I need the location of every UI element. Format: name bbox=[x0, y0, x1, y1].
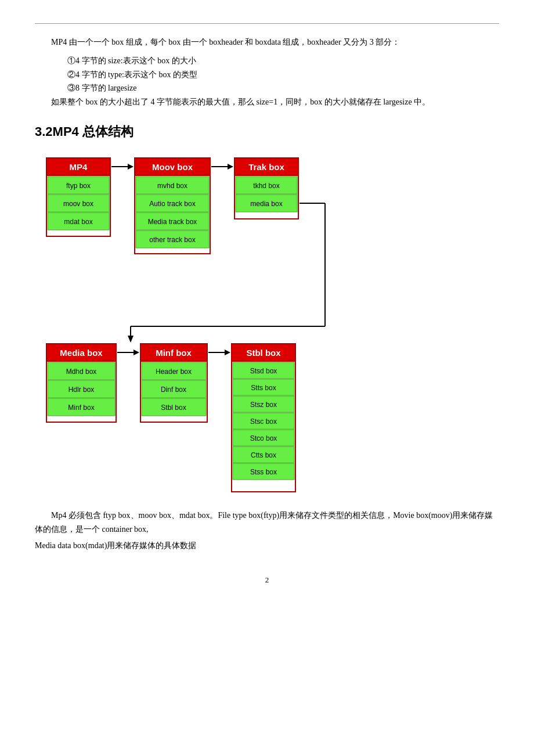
svg-text:Moov box: Moov box bbox=[152, 162, 193, 172]
svg-text:mvhd box: mvhd box bbox=[157, 182, 187, 190]
svg-text:moov box: moov box bbox=[63, 200, 93, 208]
stbl-box: Stbl box Stsd box Stts box Stsz box Stsc… bbox=[232, 344, 295, 492]
svg-text:other track box: other track box bbox=[149, 236, 195, 244]
svg-marker-46 bbox=[134, 350, 139, 355]
svg-text:Stss box: Stss box bbox=[250, 468, 277, 476]
trak-box: Trak box tkhd box media box bbox=[234, 158, 298, 219]
media-box: Media box Mdhd box Hdlr box Minf box bbox=[46, 344, 116, 422]
page-number: 2 bbox=[35, 575, 499, 585]
minf-box: Minf box Header box Dinf box Stbl box bbox=[140, 344, 207, 422]
structure-diagram: MP4 ftyp box moov box mdat box Moov box … bbox=[35, 152, 499, 489]
svg-text:media box: media box bbox=[250, 200, 282, 208]
svg-text:Stsc box: Stsc box bbox=[250, 417, 277, 426]
svg-marker-57 bbox=[225, 350, 230, 355]
footer-line1: Mp4 必须包含 ftyp box、moov box、mdat box。File… bbox=[35, 509, 499, 537]
svg-marker-10 bbox=[128, 164, 134, 170]
svg-marker-35 bbox=[128, 336, 134, 343]
svg-text:Stbl box: Stbl box bbox=[161, 404, 186, 412]
svg-text:Ctts box: Ctts box bbox=[251, 451, 276, 459]
svg-text:Minf box: Minf box bbox=[156, 348, 192, 358]
svg-text:Stsz box: Stsz box bbox=[250, 401, 277, 409]
svg-text:Stbl box: Stbl box bbox=[246, 348, 281, 358]
diagram-area: MP4 ftyp box moov box mdat box Moov box … bbox=[35, 152, 499, 491]
moov-box: Moov box mvhd box Autio track box Media … bbox=[135, 158, 210, 254]
intro-line1: MP4 由一个一个 box 组成，每个 box 由一个 boxheader 和 … bbox=[35, 35, 499, 49]
section-title: 3.2MP4 总体结构 bbox=[35, 123, 499, 141]
intro-item1: ①4 字节的 size:表示这个 box 的大小 bbox=[35, 54, 499, 68]
svg-text:Dinf box: Dinf box bbox=[161, 386, 186, 394]
svg-text:Stts box: Stts box bbox=[251, 384, 276, 392]
svg-text:Media track box: Media track box bbox=[148, 218, 197, 226]
footer-line2: Media data box(mdat)用来储存媒体的具体数据 bbox=[35, 539, 499, 553]
svg-text:Stco box: Stco box bbox=[250, 434, 277, 442]
top-divider bbox=[35, 23, 499, 24]
svg-text:Autio track box: Autio track box bbox=[149, 200, 195, 208]
footer-text: Mp4 必须包含 ftyp box、moov box、mdat box。File… bbox=[35, 509, 499, 552]
intro-line2: 如果整个 box 的大小超出了 4 字节能表示的最大值，那么 size=1，同时… bbox=[35, 95, 499, 109]
svg-text:Header box: Header box bbox=[156, 368, 192, 376]
svg-text:Stsd box: Stsd box bbox=[250, 367, 277, 375]
svg-text:Media box: Media box bbox=[60, 348, 103, 358]
svg-text:Mdhd box: Mdhd box bbox=[66, 368, 97, 376]
intro-item3: ③8 字节的 largesize bbox=[35, 81, 499, 95]
svg-text:Hdlr box: Hdlr box bbox=[68, 386, 95, 394]
svg-text:ftyp box: ftyp box bbox=[66, 182, 91, 190]
svg-text:tkhd box: tkhd box bbox=[253, 182, 279, 190]
intro-item2: ②4 字节的 type:表示这个 box 的类型 bbox=[35, 68, 499, 82]
svg-marker-23 bbox=[228, 164, 233, 170]
svg-text:Minf box: Minf box bbox=[68, 404, 94, 412]
svg-text:MP4: MP4 bbox=[70, 162, 88, 172]
svg-text:mdat box: mdat box bbox=[64, 218, 92, 226]
mp4-box: MP4 ftyp box moov box mdat box bbox=[46, 158, 110, 236]
svg-text:Trak box: Trak box bbox=[248, 162, 284, 172]
